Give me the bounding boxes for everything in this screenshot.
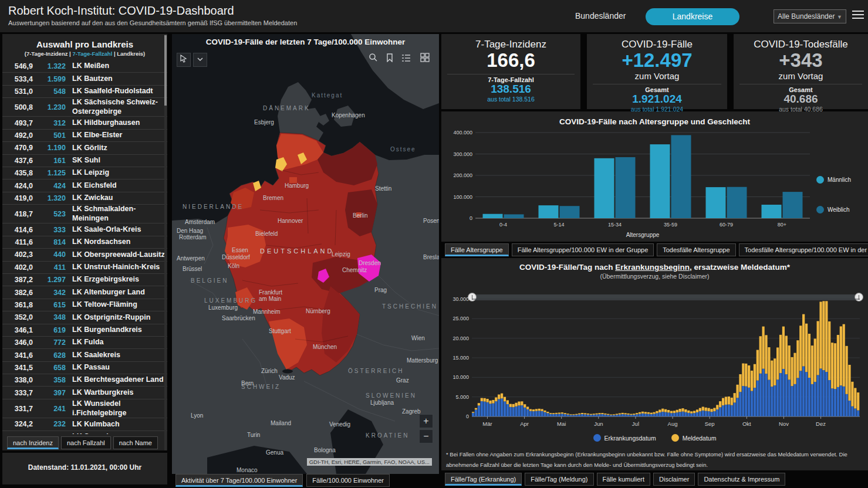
map-tool-chevron-icon[interactable] (193, 53, 207, 67)
table-row[interactable]: 424,0424LK Eichsfeld (2, 179, 167, 192)
app-header: Robert Koch-Institut: COVID-19-Dashboard… (0, 0, 868, 32)
map-zoom-out-button[interactable]: − (419, 429, 433, 443)
table-row[interactable]: 324,2232LK Kulmbach (2, 418, 167, 431)
time-chart-footnote: * Bei Fällen ohne Angaben zum Erkrankung… (446, 449, 864, 470)
germany-choropleth-map[interactable]: DÄNEMARKNIEDERLANDEBELGIENLUXEMBURGSCHWE… (172, 34, 439, 474)
map-search-icon[interactable] (366, 53, 380, 67)
card-bottom-value: 40.686 (734, 93, 868, 106)
nav-bundeslaender-button[interactable]: Bundesländer (575, 11, 626, 21)
map-legend-list-icon[interactable] (399, 53, 413, 67)
table-row[interactable]: 387,21.297LK Erzgebirgskreis (2, 274, 167, 286)
row-inzidenz: 324,2 (2, 420, 33, 428)
map-tabs: Aktivität über 7 Tage/100.000 Einwohner … (175, 474, 390, 488)
table-row[interactable]: 341,5658LK Passau (2, 362, 167, 374)
map-label: Amsterdam (185, 219, 215, 225)
map-label: Monaco (237, 467, 258, 473)
row-landkreis-name: LK Passau (66, 363, 167, 372)
tab-disclaimer[interactable]: Disclaimer (653, 473, 695, 486)
tab-nach-fallzahl[interactable]: nach Fallzahl (61, 436, 111, 449)
table-row[interactable]: 324,0187LK Sonneberg (2, 431, 167, 434)
map-label: Breslau (423, 254, 439, 260)
tab-faelle-100000[interactable]: Fälle/100.000 Einwohner (306, 474, 390, 487)
tab-todesfaelle-altersgruppe[interactable]: Todesfälle Altersgruppe (657, 243, 735, 256)
map-label: Leipzig (332, 251, 350, 257)
svg-text:35-59: 35-59 (664, 222, 677, 228)
table-row[interactable]: 435,81.125LK Leipzig (2, 167, 167, 179)
time-chart-title: COVID-19-Fälle/Tag nach Erkrankungsbegin… (441, 258, 868, 272)
sidebar-scrollbar[interactable] (164, 34, 167, 450)
map-select-tool-icon[interactable] (177, 53, 191, 67)
nav-landkreise-button[interactable]: Landkreise (646, 8, 739, 25)
table-row[interactable]: 331,7241LK Wunsiedel i.Fichtelgebirge (2, 399, 167, 418)
row-inzidenz: 546,9 (2, 62, 33, 70)
table-row[interactable]: 341,6628LK Saalekreis (2, 349, 167, 361)
tab-faelle-tag-erkrankung[interactable]: Fälle/Tag (Erkrankung) (445, 473, 522, 486)
map-attribution[interactable]: GDI-TH, Esri, HERE, Garmin, FAO, NOAA, U… (307, 458, 432, 466)
tab-faelle-altersgruppe[interactable]: Fälle Altersgruppe (445, 243, 509, 256)
row-inzidenz: 493,7 (2, 119, 33, 127)
hamburger-menu-icon[interactable] (852, 11, 864, 20)
table-row[interactable]: 533,41.599LK Bautzen (2, 73, 167, 85)
page-title: Robert Koch-Institut: COVID-19-Dashboard (8, 4, 234, 18)
erkrankungsbeginn-link[interactable]: Erkrankungsbeginn (615, 263, 690, 272)
map-label: Ljubljana (370, 399, 394, 406)
map-label: Essen (232, 247, 248, 253)
time-chart-tabs: Fälle/Tag (Erkrankung) Fälle/Tag (Meldun… (445, 473, 785, 486)
svg-text:15.000: 15.000 (452, 355, 469, 361)
table-row[interactable]: 382,6342LK Altenburger Land (2, 286, 167, 299)
table-row[interactable]: 333,7397LK Wartburgkreis (2, 387, 167, 399)
map-panel[interactable]: COVID-19-Fälle der letzten 7 Tage/100.00… (172, 34, 439, 474)
row-landkreis-name: LK Ostprignitz-Ruppin (66, 313, 167, 323)
legend-item-weiblich: Weiblich (816, 206, 863, 214)
table-row[interactable]: 546,91.322LK Meißen (2, 60, 167, 73)
table-row[interactable]: 493,7312LK Hildburghausen (2, 117, 167, 129)
table-row[interactable]: 419,01.320LK Zwickau (2, 192, 167, 205)
table-row[interactable]: 418,7523LK Schmalkalden-Meiningen (2, 205, 167, 223)
map-label: Kattegat (312, 92, 343, 99)
tab-nach-inzidenz[interactable]: nach Inzidenz (7, 436, 59, 449)
table-row[interactable]: 437,6161SK Suhl (2, 155, 167, 167)
table-row[interactable]: 361,8615LK Teltow-Fläming (2, 299, 167, 311)
table-row[interactable]: 411,6814LK Nordsachsen (2, 236, 167, 249)
svg-text:300.000: 300.000 (453, 151, 472, 157)
table-row[interactable]: 402,3440LK Oberspreewald-Lausitz (2, 249, 167, 261)
svg-text:15-34: 15-34 (608, 222, 622, 228)
row-inzidenz: 346,0 (2, 338, 33, 347)
tab-faelle-altersgruppe-100000[interactable]: Fälle Altersgruppe/100.000 EW in der Gru… (512, 243, 654, 256)
row-inzidenz: 411,6 (2, 238, 33, 246)
tab-aktivitaet-7-tage[interactable]: Aktivität über 7 Tage/100.000 Einwohner (175, 474, 303, 487)
tab-faelle-kumuliert[interactable]: Fälle kumuliert (597, 473, 651, 486)
row-fallzahl: 772 (33, 338, 66, 347)
table-row[interactable]: 414,6333LK Saale-Orla-Kreis (2, 223, 167, 236)
table-row[interactable]: 492,0501LK Elbe-Elster (2, 130, 167, 142)
map-label: Zürich (261, 368, 278, 374)
row-fallzahl: 628 (33, 351, 66, 360)
tab-nach-name[interactable]: nach Name (113, 436, 158, 449)
table-row[interactable]: 500,81.230LK Sächsische Schweiz-Osterzge… (2, 98, 167, 117)
tab-datenschutz-impressum[interactable]: Datenschutz & Impressum (698, 473, 785, 486)
table-row[interactable]: 338,0358LK Berchtesgadener Land (2, 374, 167, 387)
row-fallzahl: 161 (33, 157, 66, 165)
map-label: Bern (241, 380, 254, 387)
row-landkreis-name: LK Erzgebirgskreis (66, 275, 167, 284)
map-label: Venedig (329, 421, 350, 428)
bundesland-select[interactable]: Alle Bundesländer ▼ (774, 9, 846, 23)
map-label: Bologna (314, 447, 336, 453)
map-bookmark-icon[interactable] (383, 53, 397, 67)
card-title: COVID-19-Todesfälle (734, 39, 868, 50)
map-label: Stuttgart (269, 328, 291, 334)
maennlich-dot-icon (816, 176, 824, 184)
table-row[interactable]: 531,0548LK Saalfeld-Rudolstadt (2, 86, 167, 98)
svg-text:5-14: 5-14 (553, 222, 564, 228)
row-inzidenz: 492,0 (2, 131, 33, 140)
tab-faelle-tag-meldung[interactable]: Fälle/Tag (Meldung) (525, 473, 593, 486)
table-row[interactable]: 470,91.190LK Görlitz (2, 142, 167, 154)
map-label: Posen (423, 218, 439, 224)
table-row[interactable]: 352,0348LK Ostprignitz-Ruppin (2, 311, 167, 324)
table-row[interactable]: 402,0411LK Unstrut-Hainich-Kreis (2, 262, 167, 274)
table-row[interactable]: 346,0772LK Fulda (2, 337, 167, 349)
map-basemap-grid-icon[interactable] (418, 53, 432, 67)
map-zoom-in-button[interactable]: + (419, 414, 433, 428)
table-row[interactable]: 346,1619LK Burgenlandkreis (2, 324, 167, 337)
tab-todesfaelle-altersgruppe-100000[interactable]: Todesfälle Altersgruppe/100.000 EW in de… (739, 243, 868, 256)
